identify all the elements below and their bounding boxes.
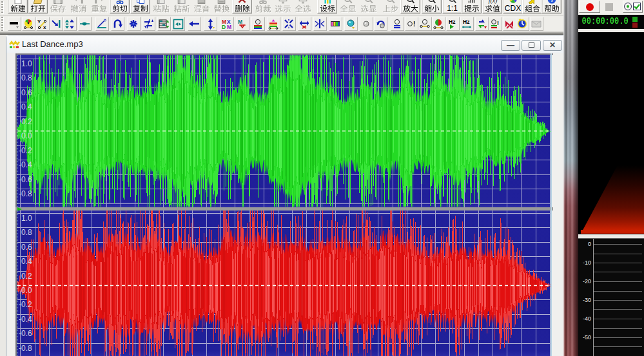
- svg-text:0.4: 0.4: [21, 257, 32, 266]
- svg-text:-0.8: -0.8: [19, 189, 32, 198]
- svg-text:-0.2: -0.2: [19, 146, 32, 155]
- svg-text:0.2: 0.2: [21, 272, 32, 281]
- svg-text:Hz: Hz: [463, 19, 469, 25]
- svg-text:M: M: [238, 19, 242, 25]
- svg-text:!: !: [497, 20, 499, 26]
- svg-text:M: M: [227, 24, 231, 30]
- svg-text:x: x: [43, 24, 46, 30]
- svg-text:0.6: 0.6: [21, 243, 32, 252]
- svg-text:0.4: 0.4: [21, 102, 32, 111]
- svg-text:0.6: 0.6: [21, 88, 32, 97]
- svg-text:-0.4: -0.4: [19, 315, 32, 324]
- svg-text:1.0: 1.0: [21, 214, 32, 223]
- svg-text:Y: Y: [37, 19, 41, 24]
- svg-text:-0.6: -0.6: [19, 175, 32, 184]
- svg-text:0.2: 0.2: [21, 117, 32, 126]
- svg-text:Hz: Hz: [449, 19, 455, 25]
- svg-text:-0.8: -0.8: [19, 344, 32, 353]
- svg-text:0.0: 0.0: [21, 286, 32, 295]
- svg-text:-0.6: -0.6: [19, 329, 32, 338]
- svg-text:0.0: 0.0: [21, 131, 32, 140]
- svg-text:-0.4: -0.4: [19, 160, 32, 169]
- svg-text:0.8: 0.8: [21, 73, 32, 82]
- svg-text:0.8: 0.8: [21, 228, 32, 237]
- svg-text:1.0: 1.0: [21, 59, 32, 68]
- svg-text:D: D: [222, 24, 226, 30]
- svg-text:f(x): f(x): [488, 0, 497, 4]
- svg-text:!: !: [413, 21, 415, 28]
- svg-text:?: ?: [550, 0, 554, 3]
- svg-text:-0.2: -0.2: [19, 300, 32, 309]
